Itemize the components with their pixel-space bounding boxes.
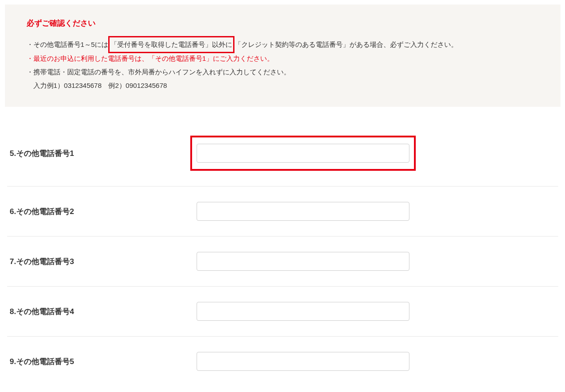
notice-list: ・その他電話番号1～5には「受付番号を取得した電話番号」以外に「クレジット契約等… — [27, 37, 539, 92]
notice-item-1-boxed: 「受付番号を取得した電話番号」以外に — [108, 36, 234, 53]
input-phone-1[interactable] — [197, 144, 409, 163]
input-phone-4[interactable] — [197, 302, 409, 321]
form-row-6: 6.その他電話番号2 — [7, 187, 558, 237]
input-wrap-1 — [197, 136, 558, 171]
input-wrap-5 — [197, 352, 558, 371]
input-wrap-2 — [197, 202, 558, 221]
input-wrap-3 — [197, 252, 558, 271]
notice-item-2: ・最近のお申込に利用した電話番号は、「その他電話番号1」にご入力ください。 — [27, 52, 539, 65]
notice-box: 必ずご確認ください ・その他電話番号1～5には「受付番号を取得した電話番号」以外… — [5, 5, 560, 107]
label-phone-1: 5.その他電話番号1 — [7, 148, 197, 159]
notice-item-4: 入力例1）0312345678 例2）09012345678 — [27, 79, 539, 92]
form-row-8: 8.その他電話番号4 — [7, 287, 558, 337]
form-row-7: 7.その他電話番号3 — [7, 237, 558, 287]
highlight-box — [190, 136, 416, 171]
form-row-9: 9.その他電話番号5 — [7, 337, 558, 386]
notice-item-1-prefix: ・その他電話番号1～5には — [27, 41, 109, 48]
form-row-5: 5.その他電話番号1 — [7, 120, 558, 187]
input-wrap-4 — [197, 302, 558, 321]
label-phone-2: 6.その他電話番号2 — [7, 206, 197, 217]
notice-title: 必ずご確認ください — [27, 18, 539, 28]
notice-item-3: ・携帯電話・固定電話の番号を、市外局番からハイフンを入れずに入力してください。 — [27, 65, 539, 79]
label-phone-5: 9.その他電話番号5 — [7, 356, 197, 367]
notice-item-1-suffix: 「クレジット契約等のある電話番号」がある場合、必ずご入力ください。 — [234, 41, 458, 48]
form-section: 5.その他電話番号1 6.その他電話番号2 7.その他電話番号3 8.その他電話… — [5, 120, 560, 386]
input-phone-3[interactable] — [197, 252, 409, 271]
label-phone-3: 7.その他電話番号3 — [7, 256, 197, 267]
input-phone-2[interactable] — [197, 202, 409, 221]
notice-item-1: ・その他電話番号1～5には「受付番号を取得した電話番号」以外に「クレジット契約等… — [27, 37, 539, 52]
label-phone-4: 8.その他電話番号4 — [7, 306, 197, 317]
input-phone-5[interactable] — [197, 352, 409, 371]
